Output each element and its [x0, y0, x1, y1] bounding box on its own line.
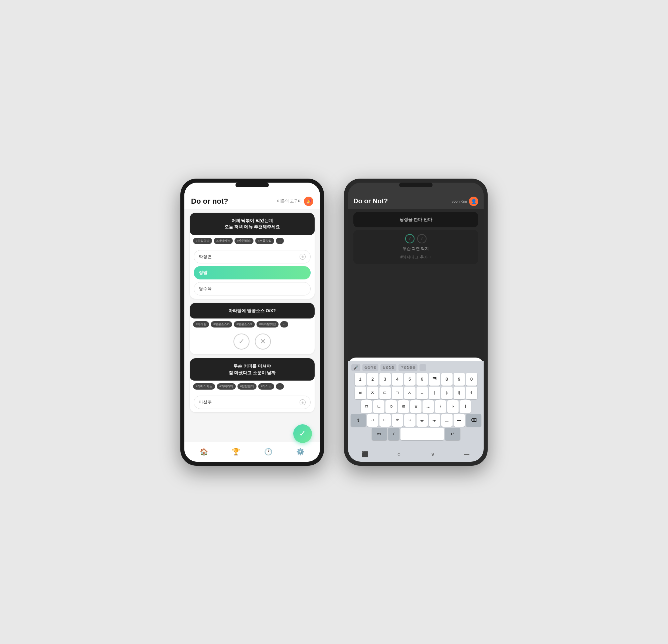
tag-more-2: ... — [280, 321, 288, 327]
nav-trophy[interactable]: 🏆 — [230, 446, 242, 458]
kb-yu[interactable]: ㅠ — [416, 414, 428, 427]
kb-b[interactable]: ㅂ — [355, 387, 366, 399]
kb-m[interactable]: ㅁ — [361, 400, 372, 413]
tag-m2: #땅콩소스O — [211, 321, 232, 327]
tag-m3: #땅콩소스X — [234, 321, 255, 327]
kb-2[interactable]: 2 — [367, 373, 378, 386]
kb-7[interactable]: ㅋ — [429, 373, 440, 386]
vote-yes-btn[interactable]: ✓ — [233, 334, 249, 350]
kb-n[interactable]: ㄴ — [373, 400, 384, 413]
nav-clock[interactable]: 🕐 — [262, 446, 274, 458]
tag-1: #맛집탐방 — [193, 238, 212, 244]
card-question-3: 무슨 커피를 마셔야잘 마셨다고 소문이 날까 — [190, 358, 315, 381]
tag-more-1: ... — [276, 238, 284, 244]
kb-yo[interactable]: ㅛ — [416, 387, 428, 399]
nav-home[interactable]: 🏠 — [198, 446, 210, 458]
tag-c3: #달달한거 — [238, 383, 257, 389]
kb-4[interactable]: 4 — [392, 373, 403, 386]
kb-r[interactable]: ㄹ — [398, 400, 409, 413]
kb-t[interactable]: ㅌ — [379, 414, 391, 427]
kb-enter[interactable]: ↵ — [445, 428, 460, 440]
kb-d[interactable]: ㄷ — [379, 387, 391, 399]
kb-o[interactable]: ㅗ — [423, 400, 434, 413]
kb-row-top: ㅂ ㅈ ㄷ ㄱ ㅅ ㅛ ㅕ ㅑ ㅐ ㅔ — [349, 387, 482, 399]
kb-p[interactable]: ㅍ — [404, 414, 415, 427]
tag-2: #저녁메뉴 — [214, 238, 233, 244]
kb-1[interactable]: 1 — [355, 373, 366, 386]
card-tags-1: #맛집탐방 #저녁메뉴 #추천해요 #서울맛집 ... — [190, 235, 315, 247]
option-tangsuyuk[interactable]: 탕수육 — [194, 282, 310, 295]
kb-e[interactable]: ㅔ — [466, 387, 477, 399]
kb-ng[interactable]: ㅇ — [385, 400, 397, 413]
kb-suggest-1[interactable]: 삼성라면 — [362, 364, 378, 371]
nav-settings[interactable]: ⚙️ — [294, 446, 307, 458]
kb-s[interactable]: ㅅ — [404, 387, 415, 399]
kb-j[interactable]: ㅈ — [367, 387, 378, 399]
tag-c4: #아이스 — [258, 383, 274, 389]
kb-mic-btn[interactable]: 🎤 — [351, 364, 360, 371]
kb-eu[interactable]: ㅡ — [441, 414, 453, 427]
kb-h[interactable]: ㅎ — [410, 400, 422, 413]
kb-dash[interactable]: — — [454, 414, 465, 427]
kb-num-switch[interactable]: !#1 — [372, 428, 387, 440]
kb-suggest-more[interactable]: ··· — [420, 364, 426, 371]
kb-backspace[interactable]: ⌫ — [466, 414, 481, 427]
kb-i[interactable]: ㅣ — [459, 400, 471, 413]
kb-yeo[interactable]: ㅕ — [429, 387, 440, 399]
kb-row-mid: ㅁ ㄴ ㅇ ㄹ ㅎ ㅗ ㅓ ㅏ ㅣ — [349, 400, 482, 413]
kb-slash[interactable]: / — [388, 428, 399, 440]
kb-6[interactable]: 6 — [416, 373, 428, 386]
kb-9[interactable]: 9 — [454, 373, 465, 386]
kb-0[interactable]: 0 — [466, 373, 477, 386]
tag-c1: #아메리카노 — [193, 383, 215, 389]
kb-a[interactable]: ㅏ — [447, 400, 459, 413]
option-jeonmal[interactable]: 정말 — [194, 266, 310, 279]
p2-nav-menu[interactable]: ⬛ — [360, 450, 370, 459]
p2-nav-home[interactable]: ○ — [394, 450, 404, 459]
p2-nav-line[interactable]: — — [462, 450, 471, 459]
tag-more-3: ... — [276, 383, 284, 389]
fab-check[interactable]: ✓ — [293, 424, 312, 443]
kb-ae[interactable]: ㅐ — [454, 387, 465, 399]
kb-space[interactable] — [400, 428, 444, 440]
kb-8[interactable]: 8 — [441, 373, 453, 386]
kb-suggest-3[interactable]: ㄱ영진쌤은 — [398, 364, 418, 371]
app-title-2: Do or Not? — [353, 197, 388, 205]
tag-3: #추천해요 — [234, 238, 254, 244]
tag-c2: #카페라떼 — [217, 383, 236, 389]
phone-2: Do or Not? yoon Kim 👤 당성을 한다 안다 ✓ ✓ — [344, 179, 488, 466]
vote-no-btn[interactable]: ✕ — [255, 334, 271, 350]
card-question-1: 어제 떡볶이 먹었는데오늘 저녁 메뉴 추천해주세요 — [190, 213, 315, 235]
kb-u[interactable]: ㅜ — [429, 414, 440, 427]
kb-kk[interactable]: ㅋ — [367, 414, 378, 427]
kb-g[interactable]: ㄱ — [392, 387, 403, 399]
option-clear-3[interactable]: ⊗ — [300, 399, 306, 405]
kb-eo[interactable]: ㅓ — [435, 400, 446, 413]
kb-ch[interactable]: ㅊ — [392, 414, 403, 427]
keyboard: 🎤 삼성라면 김영진쌤 ㄱ영진쌤은 ··· 1 2 3 4 5 6 ㅋ — [348, 361, 484, 447]
tag-m1: #마라탕 — [193, 321, 209, 327]
option-masil[interactable]: 마실주 ⊗ — [194, 396, 310, 409]
phone1-content[interactable]: 어제 떡볶이 먹었는데오늘 저녁 메뉴 추천해주세요 #맛집탐방 #저녁메뉴 #… — [184, 209, 320, 442]
kb-3[interactable]: 3 — [379, 373, 391, 386]
p2-nav-back[interactable]: ∨ — [428, 450, 438, 459]
kb-ya[interactable]: ㅑ — [441, 387, 453, 399]
card-coffee: 무슨 커피를 마셔야잘 마셨다고 소문이 날까 #아메리카노 #카페라떼 #달달… — [190, 358, 315, 412]
phone-1: Do or not? 이름의 고구마 🍠 어제 떡볶이 먹었는데오늘 저녁 메뉴… — [180, 179, 324, 466]
card-tags-2: #마라탕 #땅콩소스O #땅콩소스X #마라탕맛집 ... — [190, 319, 315, 330]
phone1-screen: Do or not? 이름의 고구마 🍠 어제 떡볶이 먹었는데오늘 저녁 메뉴… — [184, 183, 320, 462]
avatar-2: 👤 — [469, 197, 478, 206]
user-label-1: 이름의 고구마 — [277, 198, 302, 204]
card-options-3: 마실주 ⊗ — [190, 392, 315, 412]
card-options-1: 짜장면 ⊗ 정말 탕수육 — [190, 247, 315, 299]
keyboard-rows: 1 2 3 4 5 6 ㅋ 8 9 0 ㅂ ㅈ ㄷ — [349, 373, 482, 440]
bottom-nav-1: 🏠 🏆 🕐 ⚙️ — [184, 442, 320, 462]
kb-shift[interactable]: ⇧ — [351, 414, 366, 427]
option-clear-1[interactable]: ⊗ — [300, 254, 306, 260]
option-jjajang[interactable]: 짜장면 ⊗ — [194, 250, 310, 263]
avatar-1: 🍠 — [304, 197, 313, 206]
card-question-2: 마라탕에 땅콩소스 O/X? — [190, 303, 315, 319]
kb-row-bottom: !#1 / ↵ — [349, 428, 482, 440]
kb-5[interactable]: 5 — [404, 373, 415, 386]
kb-suggest-2[interactable]: 김영진쌤 — [380, 364, 396, 371]
